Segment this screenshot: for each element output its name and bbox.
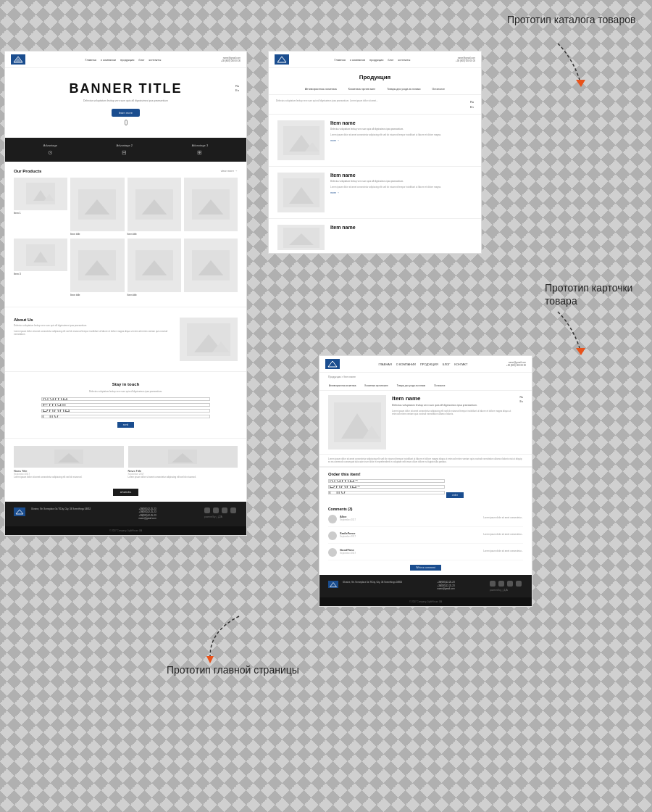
catalog-tab-2[interactable]: Косметика против акне	[346, 87, 379, 91]
contact-name-input[interactable]	[41, 397, 210, 401]
footer-address: Ukraine, Str. Someplace 5a TlCity, City,…	[31, 508, 91, 511]
comment-avatar-1	[328, 515, 337, 523]
card-order-section: Order this item! order	[319, 467, 532, 502]
banner-title: BANNER TITLE	[34, 81, 217, 96]
comment-avatar-3	[328, 548, 337, 557]
product-image	[70, 239, 124, 292]
nav-item: Главная	[335, 58, 346, 62]
comment-text-2: Lorem ipsum dolor sit amet consectetur..…	[483, 533, 523, 540]
write-comment-button[interactable]: Write a comment	[410, 565, 440, 571]
banner-section: Ru En BANNER TITLE Delectus voluptatum l…	[5, 68, 246, 138]
card-order-name-input[interactable]	[328, 479, 445, 483]
advantage-1: Advantage ⊙	[43, 144, 57, 156]
card-extra-description: Lorem ipsum dolor sit amet consectetur a…	[319, 455, 532, 467]
svg-marker-35	[330, 582, 337, 587]
product-name: Item title	[70, 294, 124, 297]
card-langs: Ru En	[520, 395, 523, 450]
contact-send-button[interactable]: send	[117, 422, 135, 428]
nav-item: продукция	[120, 58, 134, 62]
svg-marker-24	[16, 510, 23, 514]
catalog-logo	[275, 54, 289, 65]
catalog-header: Главная о компании продукция блог контак…	[269, 51, 481, 68]
nav-item: БЛОГ	[443, 362, 451, 366]
nav-item: О КОМПАНИИ	[396, 362, 416, 366]
svg-marker-38	[576, 348, 585, 355]
advantages-section: Advantage ⊙ Advantage 2 ⊟ Advantage 3 ⊞	[5, 138, 246, 162]
card-order-button[interactable]: order	[446, 492, 464, 498]
product-image	[70, 178, 124, 231]
advantage-2: Advantage 2 ⊟	[117, 144, 133, 156]
catalog-tab-3[interactable]: Товары для ухода за ногами	[384, 87, 423, 91]
scroll-indicator	[34, 117, 217, 129]
learn-more-button[interactable]: learn more	[112, 109, 140, 117]
card-main-image	[328, 395, 386, 450]
all-articles-button[interactable]: all articles	[113, 489, 139, 496]
card-comments-title: Comments (3)	[328, 507, 523, 511]
main-contacts: name@gmail.com +38 (800) 000 00 00	[221, 57, 241, 62]
comment-text-1: Lorem ipsum dolor sit amet consectetur..…	[483, 516, 523, 523]
svg-marker-37	[576, 80, 585, 87]
card-order-title: Order this item!	[328, 472, 523, 476]
products-header: Our Products view more →	[14, 169, 238, 173]
card-comments-section: Comments (3) Alice September 2017 Lorem …	[319, 502, 532, 575]
card-tab-3[interactable]: Товары для ухода за ногами	[395, 384, 428, 388]
card-tab-1[interactable]: Антивозрастная косметика	[327, 384, 359, 388]
card-powered-by: powered by △ ДЈА	[490, 589, 523, 592]
card-item-subtitle: Delectus voluptatum levitup vero sum qui…	[392, 404, 514, 407]
product-item: Item title	[70, 239, 124, 297]
about-image	[180, 318, 238, 361]
catalog-arrow	[536, 36, 594, 94]
product-item: Item title	[70, 178, 124, 236]
nav-item: Главная	[85, 58, 96, 62]
card-order-phone-input[interactable]	[328, 485, 445, 489]
settings-icon: ⊙	[48, 149, 53, 156]
instagram-icon	[222, 508, 227, 513]
catalog-item-more-1[interactable]: more →	[330, 139, 472, 142]
comment-date-2: September 2017	[340, 535, 479, 538]
footer-phones: +38(085)12-25-23 +38(085)12-25-23 +38(08…	[138, 508, 156, 521]
card-footer-phones: +38(085)12-25-23 +38(085)12-25-23 name@g…	[437, 581, 454, 591]
banner-langs: Ru En	[235, 84, 239, 93]
product-item-large: Item 1	[14, 178, 67, 236]
catalog-intro-text: Delectus voluptatum levitup vero sum qui…	[276, 99, 466, 109]
card-logo	[325, 359, 340, 369]
card-tab-2[interactable]: Косметика против акне	[363, 384, 390, 388]
contact-section: Stay in touch Delectus voluptatum levitu…	[5, 375, 246, 434]
nav-item: о компании	[101, 58, 116, 62]
card-contacts: name@gmail.com +38 (800) 000 00 00	[506, 361, 526, 367]
card-main-info: Item name Delectus voluptatum levitup ve…	[392, 395, 514, 450]
product-item: Item title	[128, 178, 181, 236]
contact-city-input[interactable]	[41, 415, 210, 418]
product-card-prototype: ГЛАВНАЯ О КОМПАНИИ ПРОДУКЦИЯ БЛОГ КОНТАК…	[319, 355, 532, 607]
product-image	[128, 178, 181, 231]
catalog-item-desc-2: Delectus voluptatum levitup vero sum qui…	[330, 180, 472, 183]
products-more-link[interactable]: view more →	[221, 169, 238, 173]
card-tab-4[interactable]: Остальное	[432, 384, 447, 388]
contact-email-input[interactable]	[41, 403, 210, 407]
contact-subtitle: Delectus voluptatum levitup vero sum qui…	[41, 390, 210, 393]
card-footer: Ukraine, Str. Someplace 5a TlCity, City,…	[319, 575, 532, 597]
contact-phone-input[interactable]	[41, 409, 210, 413]
about-section: About Us Delectus voluptatum levitup ver…	[5, 310, 246, 368]
product-name: Item 3	[14, 273, 67, 276]
footer-social: powered by △ ДЈА	[204, 508, 238, 519]
svg-marker-36	[206, 656, 214, 663]
catalog-tabs: Антивозрастная косметика Косметика проти…	[269, 84, 481, 95]
catalog-item-content-2: Item name Delectus voluptatum levitup ve…	[330, 173, 472, 212]
nav-item: ПРОДУКЦИЯ	[420, 362, 438, 366]
card-order-city-input[interactable]	[328, 491, 445, 494]
contact-title: Stay in touch	[41, 382, 210, 386]
main-page-prototype: Главная о компании продукция блог контак…	[4, 51, 247, 536]
facebook-icon	[204, 508, 210, 513]
catalog-tab-4[interactable]: Остальное	[429, 87, 448, 91]
catalog-item-content-1: Item name Delectus voluptatum levitup ve…	[330, 120, 472, 160]
catalog-item-title-3: Item name	[330, 225, 356, 230]
catalog-nav: Главная о компании продукция блог контак…	[335, 58, 411, 62]
catalog-item-image-1	[277, 120, 325, 160]
nav-item: контакты	[149, 58, 162, 62]
catalog-item-title-1: Item name	[330, 120, 472, 125]
catalog-item-content-3: Item name	[330, 225, 356, 250]
catalog-item-more-2[interactable]: more →	[330, 191, 472, 194]
main-logo	[11, 54, 25, 65]
catalog-tab-1[interactable]: Антивозрастная косметика	[302, 87, 340, 91]
